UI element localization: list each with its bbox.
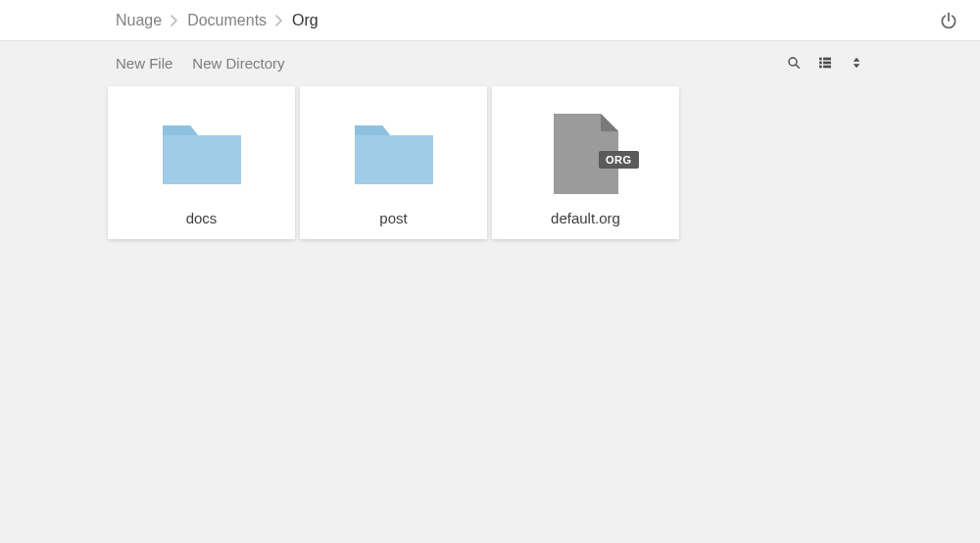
toolbar-left: New File New Directory <box>116 55 285 72</box>
toolbar-right <box>786 55 864 71</box>
folder-card[interactable]: post <box>300 86 487 239</box>
folder-card[interactable]: docs <box>108 86 295 239</box>
svg-rect-6 <box>823 66 831 69</box>
breadcrumb-item-root[interactable]: Nuage <box>116 12 162 29</box>
power-button[interactable] <box>939 11 958 30</box>
list-view-icon[interactable] <box>817 55 833 71</box>
top-header: Nuage Documents Org <box>0 0 980 41</box>
chevron-right-icon <box>171 15 178 26</box>
file-name-label: default.org <box>551 210 620 226</box>
breadcrumb: Nuage Documents Org <box>116 12 318 29</box>
file-extension-badge: ORG <box>599 151 639 169</box>
svg-rect-5 <box>819 66 822 69</box>
toolbar: New File New Directory <box>0 41 980 84</box>
file-card[interactable]: ORG default.org <box>492 86 679 239</box>
breadcrumb-item-current: Org <box>292 12 318 29</box>
file-icon: ORG <box>545 114 627 194</box>
new-file-button[interactable]: New File <box>116 55 172 72</box>
file-name-label: docs <box>186 210 218 226</box>
svg-rect-1 <box>819 58 822 61</box>
breadcrumb-item-documents[interactable]: Documents <box>187 12 267 29</box>
svg-rect-2 <box>823 58 831 61</box>
search-icon[interactable] <box>786 55 802 71</box>
chevron-right-icon <box>275 15 283 26</box>
file-grid: docs post ORG default.org <box>0 84 980 239</box>
sort-icon[interactable] <box>849 55 864 71</box>
svg-rect-3 <box>819 62 822 65</box>
svg-rect-4 <box>823 62 831 65</box>
folder-icon <box>353 114 435 194</box>
new-directory-button[interactable]: New Directory <box>192 55 284 72</box>
file-name-label: post <box>379 210 407 226</box>
folder-icon <box>161 114 243 194</box>
